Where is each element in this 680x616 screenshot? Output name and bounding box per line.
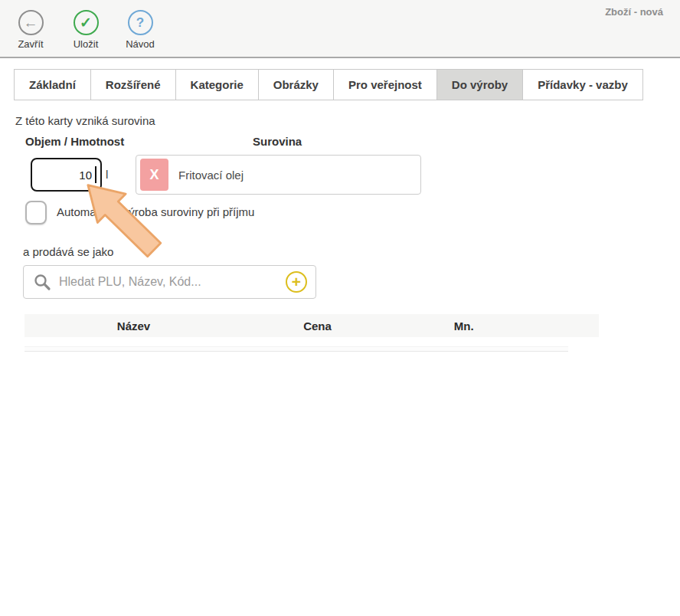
items-table: Název Cena Mn. bbox=[25, 314, 599, 352]
tab-do-vyroby[interactable]: Do výroby bbox=[436, 69, 523, 100]
auto-production-checkbox[interactable] bbox=[25, 201, 47, 224]
tab-pridavky-vazby[interactable]: Přídavky - vazby bbox=[522, 69, 643, 100]
save-button[interactable]: ✓ Uložit bbox=[70, 10, 101, 50]
pointer-arrow-icon bbox=[75, 178, 168, 264]
page-title: Zboží - nová bbox=[605, 6, 663, 18]
tab-kategorie[interactable]: Kategorie bbox=[175, 69, 259, 100]
close-button[interactable]: ← Zavřít bbox=[15, 10, 46, 50]
table-header-row: Název Cena Mn. bbox=[25, 314, 599, 337]
add-item-button[interactable]: + bbox=[286, 271, 307, 293]
ingredient-value: Fritovací olej bbox=[178, 169, 244, 182]
close-button-label: Zavřít bbox=[18, 38, 43, 50]
help-button[interactable]: ? Návod bbox=[125, 10, 155, 50]
search-box: + bbox=[23, 265, 316, 299]
search-icon bbox=[33, 273, 51, 291]
ingredient-label: Surovina bbox=[253, 135, 302, 148]
volume-label: Objem / Hmotnost bbox=[25, 135, 124, 148]
table-header-nazev: Název bbox=[25, 319, 243, 333]
search-input[interactable] bbox=[59, 275, 286, 289]
tab-bar: Základní Rozšířené Kategorie Obrázky Pro… bbox=[14, 69, 643, 100]
ingredient-field[interactable]: X Fritovací olej bbox=[136, 155, 421, 195]
table-header-mn: Mn. bbox=[392, 319, 536, 333]
back-arrow-icon: ← bbox=[18, 10, 44, 35]
table-header-cena: Cena bbox=[243, 319, 392, 333]
save-button-label: Uložit bbox=[74, 38, 99, 50]
product-edit-window: ← Zavřít ✓ Uložit ? Návod Zboží - nová Z… bbox=[0, 0, 680, 616]
table-empty-row bbox=[25, 346, 568, 352]
help-button-label: Návod bbox=[126, 38, 155, 50]
question-icon: ? bbox=[128, 10, 153, 35]
tab-rozsirene[interactable]: Rozšířené bbox=[90, 69, 176, 100]
tab-zakladni[interactable]: Základní bbox=[14, 69, 91, 100]
check-icon: ✓ bbox=[74, 10, 99, 35]
section-label: Z této karty vzniká surovina bbox=[15, 114, 155, 127]
toolbar: ← Zavřít ✓ Uložit ? Návod Zboží - nová bbox=[0, 0, 680, 58]
tab-pro-verejnost[interactable]: Pro veřejnost bbox=[333, 69, 437, 100]
tab-obrazky[interactable]: Obrázky bbox=[258, 69, 334, 100]
